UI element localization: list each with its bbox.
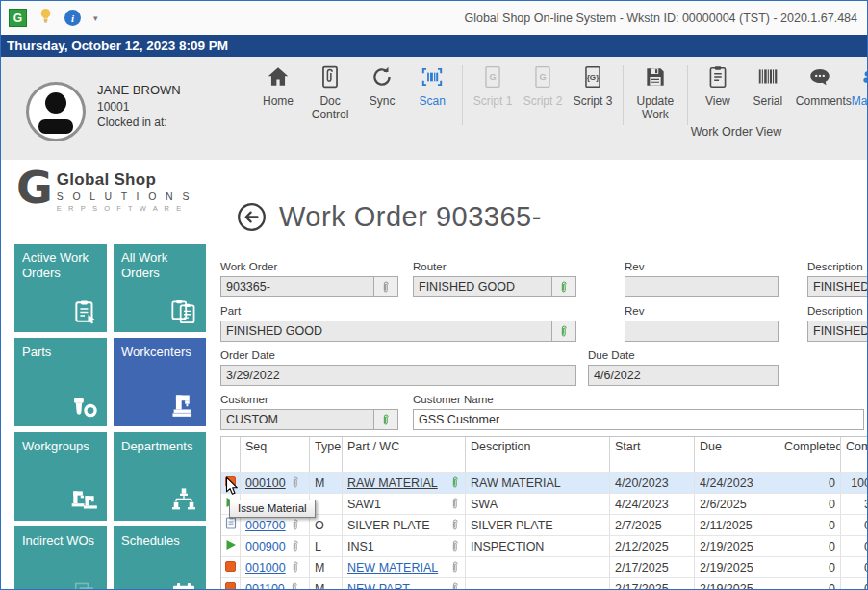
paperclip-attachment-button[interactable] — [551, 321, 576, 342]
table-row[interactable]: 000100MRAW MATERIALRAW MATERIAL4/20/2023… — [221, 472, 868, 493]
calendar-icon — [168, 580, 199, 590]
toolbar-scan-button[interactable]: Scan — [407, 64, 457, 109]
table-row[interactable]: 000700OSILVER PLATESILVER PLATE2/7/20252… — [221, 514, 868, 535]
sidebar-tile-workcenters[interactable]: Workcenters — [114, 338, 206, 426]
seq-link[interactable]: 001100 — [245, 579, 285, 590]
router-desc-input[interactable] — [807, 276, 868, 297]
play-icon[interactable] — [225, 537, 237, 556]
toolbar-serial-button[interactable]: Serial — [743, 64, 793, 109]
global-shop-app-icon[interactable]: G — [9, 9, 27, 27]
completed-hours-cell: 0 — [779, 557, 841, 577]
column-header-type[interactable]: Type — [310, 437, 343, 472]
sidebar-tile-active-work-orders[interactable]: Active Work Orders — [14, 244, 107, 332]
issue-material-icon[interactable] — [225, 558, 236, 577]
column-header-seq[interactable]: Seq — [241, 437, 310, 472]
clipboard-icon[interactable] — [225, 516, 237, 535]
table-row[interactable]: 001100MNEW PART2/17/20252/19/202500 — [221, 577, 868, 590]
back-button[interactable] — [237, 202, 267, 232]
toolbar-home-button[interactable]: Home — [253, 64, 303, 109]
due-date-input[interactable] — [588, 365, 779, 386]
paperclip-icon[interactable] — [450, 475, 460, 490]
paperclip-icon[interactable] — [291, 560, 300, 575]
toolbar-material-button[interactable]: Material — [847, 64, 868, 109]
part-desc-input[interactable] — [807, 321, 868, 342]
order-date-input[interactable] — [220, 365, 576, 386]
column-header-part-wc[interactable]: Part / WC — [343, 437, 466, 472]
toolbar-item-label: Comments — [796, 95, 852, 109]
issue-material-icon[interactable] — [225, 474, 236, 493]
sidebar-tile-indirect-wos[interactable]: Indirect WOs — [14, 526, 107, 590]
part-link[interactable]: RAW MATERIAL — [347, 474, 438, 493]
router-label: Router — [413, 261, 447, 272]
paperclip-icon[interactable] — [450, 539, 460, 553]
router-input[interactable] — [413, 276, 552, 297]
column-header-icon[interactable] — [221, 437, 241, 472]
titlebar-icons: G i ▾ — [9, 8, 98, 28]
lightbulb-icon[interactable] — [39, 8, 52, 28]
column-header-description[interactable]: Description — [466, 437, 610, 472]
seq-link[interactable]: 000900 — [245, 537, 286, 556]
tile-label: Departments — [121, 439, 198, 454]
sidebar-tile-departments[interactable]: Departments — [114, 432, 206, 521]
column-header-completed-pieces[interactable]: Completed Pieces — [841, 437, 868, 472]
paperclip-icon[interactable] — [450, 560, 460, 575]
toolbar-doc-control-button[interactable]: Doc Control — [303, 64, 357, 121]
issue-material-icon[interactable] — [225, 579, 236, 590]
part-input[interactable] — [220, 321, 552, 342]
completed-hours-cell: 0 — [779, 536, 841, 556]
paperclip-attachment-button[interactable] — [551, 276, 576, 297]
toolbar-item-label: Serial — [753, 95, 783, 109]
toolbar-item-label: Material — [852, 95, 868, 109]
table-row[interactable]: SAW1SWA4/24/20232/6/202503 — [221, 493, 868, 514]
paperclip-attachment-button[interactable] — [373, 276, 398, 297]
row-status-cell — [221, 578, 241, 590]
router-desc-label: Description — [807, 261, 863, 272]
router-rev-input[interactable] — [625, 276, 779, 297]
type-cell: M — [310, 557, 343, 577]
part-link[interactable]: NEW MATERIAL — [347, 558, 438, 577]
paperclip-icon[interactable] — [291, 518, 300, 532]
due-date-cell: 2/19/2025 — [695, 536, 779, 556]
column-header-due[interactable]: Due — [695, 437, 779, 472]
paperclip-icon[interactable] — [291, 539, 300, 553]
due-date-cell: 2/19/2025 — [695, 578, 779, 590]
part-link[interactable]: NEW PART — [347, 579, 410, 590]
logo-g-mark: G — [16, 167, 53, 209]
paperclip-icon[interactable] — [450, 581, 460, 590]
order-date-label: Order Date — [220, 349, 275, 361]
material-icon — [859, 64, 868, 90]
sidebar-tile-workgroups[interactable]: Workgroups — [14, 432, 107, 521]
toolbar-comments-button[interactable]: Comments — [793, 64, 847, 109]
column-header-start[interactable]: Start — [610, 437, 695, 472]
table-row[interactable]: 001000MNEW MATERIAL2/17/20252/19/202500 — [221, 556, 868, 577]
seq-link[interactable]: 000700 — [245, 516, 286, 535]
page-head: Work Order 903365- — [237, 201, 542, 233]
paperclip-icon[interactable] — [450, 497, 460, 511]
seq-link[interactable]: 000100 — [245, 474, 286, 493]
svg-text:{G}: {G} — [587, 72, 600, 81]
toolbar-sync-button[interactable]: Sync — [357, 64, 407, 109]
sidebar-tile-parts[interactable]: Parts — [14, 338, 107, 426]
paperclip-icon[interactable] — [450, 518, 460, 532]
paperclip-icon[interactable] — [291, 475, 300, 490]
seq-link[interactable]: 001000 — [245, 558, 286, 577]
toolbar-update-work-button[interactable]: Update Work — [628, 64, 682, 121]
doc-control-icon — [318, 64, 344, 90]
work-order-input[interactable] — [220, 276, 374, 297]
sidebar-tile-all-work-orders[interactable]: All Work Orders — [114, 244, 206, 332]
customer-name-input[interactable] — [413, 409, 864, 430]
toolbar-script-3-button[interactable]: {G}Script 3 — [568, 64, 618, 109]
start-date-cell: 2/7/2025 — [610, 515, 695, 535]
customer-input[interactable] — [220, 409, 374, 430]
sidebar-tile-schedules[interactable]: Schedules — [114, 526, 206, 590]
paperclip-attachment-button[interactable] — [373, 409, 398, 430]
toolbar-view-button[interactable]: View — [693, 64, 743, 109]
type-cell: M — [310, 473, 343, 493]
info-icon[interactable]: i — [64, 10, 81, 26]
part-rev-input[interactable] — [625, 321, 779, 342]
table-row[interactable]: 000900LINS1INSPECTION2/12/20252/19/20250… — [221, 535, 868, 556]
paperclip-icon[interactable] — [290, 581, 299, 590]
column-header-completed-hours[interactable]: Completed Hours — [779, 437, 841, 472]
completed-hours-cell: 0 — [779, 473, 841, 493]
avatar[interactable] — [26, 82, 86, 141]
